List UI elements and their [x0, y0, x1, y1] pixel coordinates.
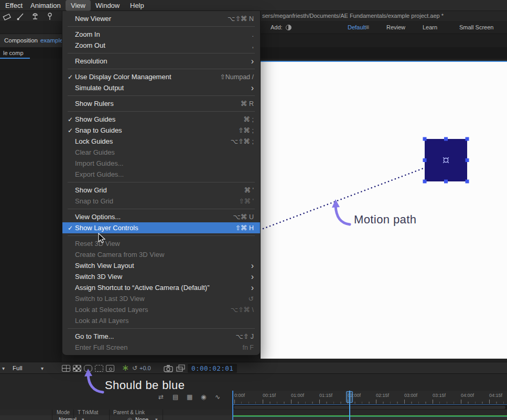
composition-panel-body [0, 59, 62, 362]
menu-item-lock-guides[interactable]: Lock Guides⌥⇧⌘ ; [62, 136, 260, 147]
column-mode[interactable]: Mode [57, 410, 70, 415]
menu-shortcut: ⇧⌘ H [235, 224, 254, 232]
work-area-bar[interactable] [234, 406, 505, 409]
menu-item-label: Use Display Color Management [75, 73, 211, 81]
blend-mode-dropdown-icon[interactable]: ▾ [82, 416, 84, 420]
graph-editor-icon[interactable]: ∿ [215, 393, 220, 401]
menu-item-resolution[interactable]: Resolution› [62, 56, 260, 67]
playhead-handle[interactable] [346, 391, 353, 403]
menubar-item-animation[interactable]: Animation [25, 0, 66, 11]
workspace-tab-review[interactable]: Review [386, 21, 405, 34]
timeline-in-marker [232, 391, 233, 420]
grid-options-icon[interactable] [62, 365, 70, 372]
ruler-label: 03:00f [404, 393, 417, 398]
menu-item-show-layer-controls[interactable]: ✓Show Layer Controls⇧⌘ H [62, 222, 260, 233]
resolution-dropdown[interactable]: Full [13, 362, 23, 374]
menu-shortcut: fn F [242, 344, 254, 351]
column-trkmat[interactable]: T TrkMat [78, 410, 98, 415]
frame-blend-icon[interactable]: ▦ [187, 393, 192, 401]
add-marker-icon[interactable] [286, 25, 292, 30]
pickwhip-icon[interactable]: ◎ [127, 416, 132, 420]
menu-shortcut: ⇧⌘ ; [238, 126, 254, 134]
menu-item-show-grid[interactable]: Show Grid⌘ ' [62, 185, 260, 196]
column-divider [73, 410, 74, 420]
app-window: sers/meganfriesth/Documents/AE Fundament… [0, 0, 507, 420]
menu-item-simulate-output[interactable]: Simulate Output› [62, 82, 260, 93]
ruler-label: 00:15f [263, 393, 276, 398]
current-timecode[interactable]: 0:00:02:01 [188, 364, 237, 373]
menu-item-label: Enter Full Screen [75, 343, 234, 351]
work-area-strip[interactable] [232, 404, 507, 410]
menu-item-label: Export Guides... [75, 170, 245, 178]
exposure-reset-icon[interactable]: ↺ [132, 362, 137, 374]
ruler-label: 01:15f [319, 393, 332, 398]
layer-rect[interactable] [425, 139, 467, 181]
submenu-arrow-icon: › [251, 56, 254, 67]
menubar-item-effect[interactable]: Effect [0, 0, 28, 11]
ruler-ticks-major [234, 400, 507, 404]
menu-item-label: Zoom In [75, 30, 244, 38]
snapshot-icon[interactable] [164, 364, 174, 372]
menu-item-show-guides[interactable]: ✓Show Guides⌘ ; [62, 114, 260, 125]
composition-flowchart-icon[interactable]: ⇄ [158, 393, 164, 401]
puppet-pin-tool-icon[interactable] [45, 12, 55, 21]
parent-dropdown[interactable]: None [135, 416, 148, 420]
column-divider [109, 410, 110, 420]
magnification-dropdown-icon[interactable]: ▾ [2, 362, 5, 374]
eraser-tool-icon[interactable] [2, 12, 12, 21]
column-parent-link[interactable]: Parent & Link [113, 410, 145, 415]
menu-item-label: Clear Guides [75, 148, 245, 156]
menu-item-new-viewer[interactable]: New Viewer⌥⇧⌘ N [62, 13, 260, 24]
menu-shortcut: ⌥⌘ U [233, 213, 254, 221]
motion-path-annotation: Motion path [354, 213, 416, 227]
menu-item-go-to-time[interactable]: Go to Time...⌥⇧ J [62, 331, 260, 342]
menu-item-switch-3d-view[interactable]: Switch 3D View› [62, 271, 260, 282]
panel-tab-label: Composition [4, 37, 38, 44]
menubar: EffectAnimationViewWindowHelp [0, 0, 507, 11]
menubar-item-window[interactable]: Window [90, 0, 125, 11]
composition-viewer[interactable] [261, 61, 507, 359]
parent-dropdown-icon[interactable]: ▾ [155, 416, 158, 420]
motion-blur-icon[interactable]: ◉ [201, 393, 206, 401]
show-snapshot-icon[interactable] [176, 364, 186, 372]
ruler-label: 0:00f [234, 393, 245, 398]
menu-shortcut: ⌥⇧⌘ ; [231, 137, 254, 145]
exposure-value[interactable]: +0.0 [139, 362, 151, 374]
menu-item-switch-view-layout[interactable]: Switch View Layout› [62, 260, 260, 271]
ruler-label: 04:15f [489, 393, 502, 398]
workspace-menu-icon[interactable]: ≡ [365, 21, 369, 34]
resolution-dropdown-icon[interactable]: ▾ [41, 362, 44, 374]
menu-item-label: Show Rulers [75, 100, 232, 107]
menu-item-look-at-selected-layers: Look at Selected Layers⌥⇧⌘ \ [62, 304, 260, 315]
menu-shortcut: ⌥⇧⌘ \ [231, 306, 254, 314]
column-divider [163, 410, 163, 420]
menu-separator [68, 95, 255, 96]
menu-item-snap-to-guides[interactable]: ✓Snap to Guides⇧⌘ ; [62, 125, 260, 136]
menubar-item-view[interactable]: View [66, 0, 91, 11]
cache-indicator-teal [232, 416, 507, 417]
fast-preview-icon[interactable]: ∗ [122, 362, 129, 374]
menu-shortcut: ⇧⌘ ' [239, 197, 254, 205]
draft-3d-icon[interactable]: ▤ [172, 393, 178, 401]
timeline-ruler[interactable]: 0:00f00:15f01:00f01:15f02:00f02:15f03:00… [232, 391, 507, 404]
menu-shortcut: ↺ [249, 295, 254, 303]
menu-item-assign-shortcut-to-active-camera-default[interactable]: Assign Shortcut to “Active Camera (Defau… [62, 282, 260, 293]
menubar-item-help[interactable]: Help [125, 0, 149, 11]
menu-item-zoom-out[interactable]: Zoom Out, [62, 40, 260, 51]
composition-panel-tab[interactable]: Compositionexample c [0, 34, 62, 47]
menu-item-show-rulers[interactable]: Show Rulers⌘ R [62, 98, 260, 109]
workspace-tab-small-screen[interactable]: Small Screen [459, 21, 493, 34]
menu-item-view-options[interactable]: View Options...⌥⌘ U [62, 211, 260, 222]
menu-item-use-display-color-management[interactable]: ✓Use Display Color Management⇧Numpad / [62, 71, 260, 82]
brush-tool-icon[interactable] [16, 12, 25, 21]
menu-separator [68, 53, 255, 53]
menu-shortcut: ⌘ ; [244, 115, 254, 123]
menu-separator [68, 26, 255, 27]
menu-item-label: Import Guides... [75, 159, 245, 167]
timeline-panel: ⇄ ▤ ▦ ◉ ∿ 0:00f00:15f01:00f01:15f02:00f0… [0, 374, 507, 420]
menu-item-zoom-in[interactable]: Zoom In. [62, 29, 260, 40]
workspace-tab-default[interactable]: Default [348, 21, 366, 34]
workspace-tab-learn[interactable]: Learn [423, 21, 437, 34]
viewer-tab[interactable]: le comp [3, 47, 24, 59]
clone-stamp-tool-icon[interactable] [30, 12, 40, 21]
